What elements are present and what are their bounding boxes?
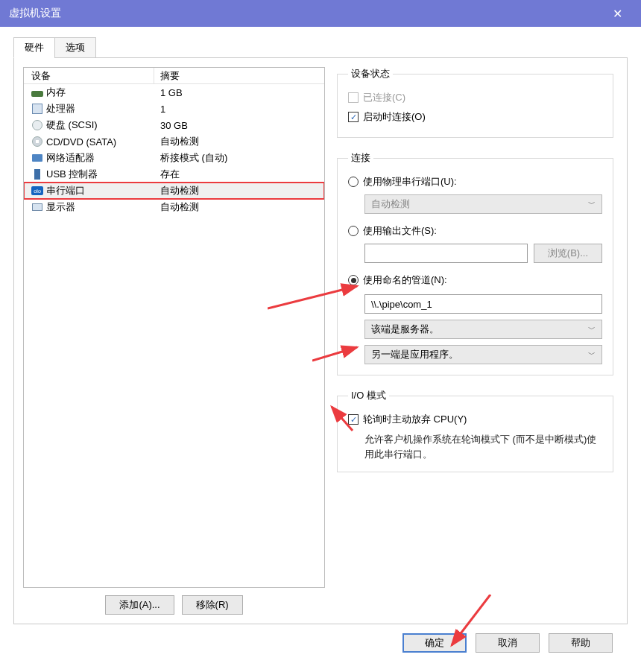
checkbox-icon: [348, 92, 359, 103]
cancel-button[interactable]: 取消: [476, 633, 540, 653]
device-list-header: 设备 摘要: [24, 68, 324, 84]
device-row-cd[interactable]: CD/DVD (SATA) 自动检测: [24, 133, 324, 150]
io-mode-desc: 允许客户机操作系统在轮询模式下 (而不是中断模式)使用此串行端口。: [364, 432, 602, 461]
other-end-value: 另一端是应用程序。: [371, 348, 458, 361]
network-icon: [31, 152, 43, 164]
device-status-legend: 设备状态: [348, 67, 393, 80]
end-server-value: 该端是服务器。: [371, 323, 439, 336]
help-button[interactable]: 帮助: [549, 633, 613, 653]
ok-button[interactable]: 确定: [402, 633, 467, 653]
device-row-cpu[interactable]: 处理器 1: [24, 101, 324, 117]
cpu-icon: [31, 103, 43, 115]
device-list: 设备 摘要 内存 1 GB 处理器 1 硬盘 (SCSI) 30 GB: [23, 67, 325, 588]
display-icon: [31, 201, 43, 213]
close-icon[interactable]: ✕: [602, 7, 632, 21]
device-row-serial[interactable]: oIo串行端口 自动检测: [24, 183, 324, 199]
browse-button[interactable]: 浏览(B)...: [534, 244, 602, 263]
chevron-down-icon: ﹀: [588, 199, 596, 209]
device-row-network[interactable]: 网络适配器 桥接模式 (自动): [24, 150, 324, 166]
use-output-radio-row[interactable]: 使用输出文件(S):: [348, 221, 602, 241]
header-device[interactable]: 设备: [24, 68, 154, 83]
tabs: 硬件 选项: [13, 37, 628, 58]
end-server-select[interactable]: 该端是服务器。 ﹀: [364, 320, 602, 339]
device-row-display[interactable]: 显示器 自动检测: [24, 199, 324, 215]
window-title: 虚拟机设置: [9, 7, 602, 20]
memory-icon: [31, 86, 43, 98]
use-physical-radio-row[interactable]: 使用物理串行端口(U):: [348, 172, 602, 191]
tab-options[interactable]: 选项: [54, 37, 96, 58]
io-mode-legend: I/O 模式: [348, 389, 389, 402]
use-physical-label: 使用物理串行端口(U):: [363, 175, 457, 188]
connection-group: 连接 使用物理串行端口(U): 自动检测 ﹀ 使用输出文件(S):: [337, 151, 613, 375]
device-row-memory[interactable]: 内存 1 GB: [24, 84, 324, 101]
connect-on-start-label: 启动时连接(O): [363, 110, 426, 124]
cd-icon: [31, 136, 43, 148]
radio-checked-icon: [348, 275, 359, 285]
output-file-input[interactable]: [364, 244, 528, 263]
tab-hardware[interactable]: 硬件: [13, 37, 55, 58]
physical-port-select[interactable]: 自动检测 ﹀: [364, 194, 602, 214]
remove-button[interactable]: 移除(R): [182, 595, 243, 615]
io-mode-group: I/O 模式 ✓ 轮询时主动放弃 CPU(Y) 允许客户机操作系统在轮询模式下 …: [337, 389, 613, 472]
connected-label: 已连接(C): [363, 91, 405, 104]
physical-port-value: 自动检测: [371, 197, 410, 211]
yield-cpu-checkbox-row[interactable]: ✓ 轮询时主动放弃 CPU(Y): [348, 410, 602, 429]
device-row-disk[interactable]: 硬盘 (SCSI) 30 GB: [24, 117, 324, 133]
footer: 确定 取消 帮助: [13, 624, 628, 662]
chevron-down-icon: ﹀: [588, 349, 596, 360]
radio-icon: [348, 226, 359, 236]
connected-checkbox-row[interactable]: 已连接(C): [348, 88, 602, 107]
header-summary[interactable]: 摘要: [154, 69, 324, 83]
device-row-usb[interactable]: USB 控制器 存在: [24, 166, 324, 183]
connect-on-start-checkbox-row[interactable]: ✓ 启动时连接(O): [348, 107, 602, 127]
serial-icon: oIo: [31, 185, 43, 197]
connection-legend: 连接: [348, 151, 373, 165]
usb-icon: [31, 168, 43, 180]
pipe-path-input[interactable]: \\.\pipe\com_1: [364, 294, 602, 314]
radio-icon: [348, 177, 359, 187]
use-named-pipe-radio-row[interactable]: 使用命名的管道(N):: [348, 270, 602, 290]
use-named-pipe-label: 使用命名的管道(N):: [363, 273, 447, 287]
checkbox-checked-icon: ✓: [348, 414, 359, 425]
other-end-select[interactable]: 另一端是应用程序。 ﹀: [364, 345, 602, 364]
disk-icon: [31, 119, 43, 131]
chevron-down-icon: ﹀: [588, 324, 596, 335]
pipe-path-value: \\.\pipe\com_1: [371, 299, 432, 310]
yield-cpu-label: 轮询时主动放弃 CPU(Y): [363, 413, 467, 426]
device-status-group: 设备状态 已连接(C) ✓ 启动时连接(O): [337, 67, 613, 138]
titlebar: 虚拟机设置 ✕: [0, 0, 641, 27]
use-output-label: 使用输出文件(S):: [363, 224, 437, 238]
checkbox-checked-icon: ✓: [348, 112, 359, 122]
add-button[interactable]: 添加(A)...: [105, 595, 174, 615]
